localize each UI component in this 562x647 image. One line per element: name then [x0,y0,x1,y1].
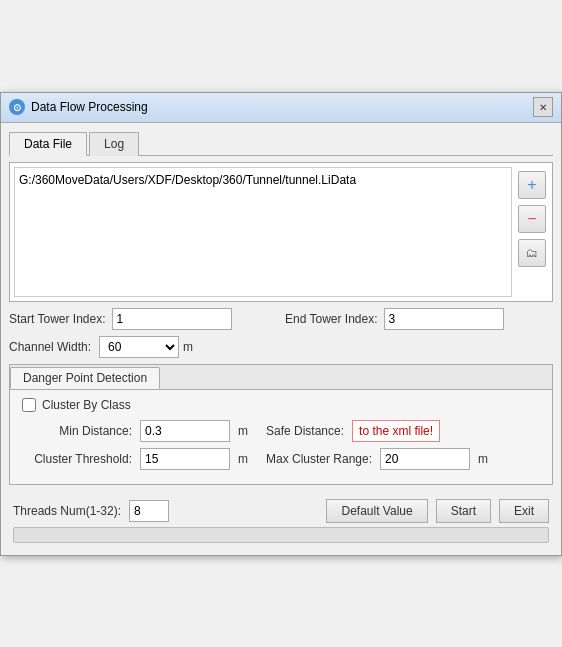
tab-log[interactable]: Log [89,132,139,156]
start-button[interactable]: Start [436,499,491,523]
min-distance-unit: m [238,424,248,438]
main-window: ⊙ Data Flow Processing ✕ Data File Log G… [0,92,562,556]
threads-input[interactable] [129,500,169,522]
file-item: G:/360MoveData/Users/XDF/Desktop/360/Tun… [19,172,507,188]
safe-distance-warning: to the xml file! [352,420,440,442]
add-file-button[interactable]: + [518,171,546,199]
cluster-threshold-row: Cluster Threshold: m Max Cluster Range: … [22,448,540,470]
bottom-bar: Threads Num(1-32): Default Value Start E… [9,493,553,527]
file-panel: G:/360MoveData/Users/XDF/Desktop/360/Tun… [9,162,553,302]
tower-index-row: Start Tower Index: End Tower Index: [9,308,553,330]
threads-label: Threads Num(1-32): [13,504,121,518]
title-bar-left: ⊙ Data Flow Processing [9,99,148,115]
safe-distance-label: Safe Distance: [266,424,344,438]
section-tab-bar: Danger Point Detection [10,365,552,389]
cluster-by-class-label: Cluster By Class [42,398,131,412]
default-value-button[interactable]: Default Value [326,499,427,523]
cluster-by-class-checkbox[interactable] [22,398,36,412]
window-title: Data Flow Processing [31,100,148,114]
start-tower-label: Start Tower Index: [9,312,106,326]
start-tower-input[interactable] [112,308,232,330]
min-safe-distance-row: Min Distance: m Safe Distance: to the xm… [22,420,540,442]
channel-width-select[interactable]: 60 30 120 [99,336,179,358]
end-tower-input[interactable] [384,308,504,330]
channel-width-label: Channel Width: [9,340,91,354]
channel-width-row: Channel Width: 60 30 120 m [9,336,553,358]
channel-select-wrap: 60 30 120 m [99,336,193,358]
title-bar: ⊙ Data Flow Processing ✕ [1,93,561,123]
danger-detection-tab[interactable]: Danger Point Detection [10,367,160,389]
window-content: Data File Log G:/360MoveData/Users/XDF/D… [1,123,561,555]
file-list: G:/360MoveData/Users/XDF/Desktop/360/Tun… [14,167,512,297]
file-buttons: + − 🗂 [516,167,548,271]
cluster-threshold-label: Cluster Threshold: [22,452,132,466]
max-cluster-range-unit: m [478,452,488,466]
max-cluster-range-input[interactable] [380,448,470,470]
channel-width-unit: m [183,340,193,354]
cluster-by-class-row: Cluster By Class [22,398,540,412]
section-content: Cluster By Class Min Distance: m Safe Di… [10,389,552,484]
exit-button[interactable]: Exit [499,499,549,523]
cluster-threshold-unit: m [238,452,248,466]
tab-data-file[interactable]: Data File [9,132,87,156]
remove-file-button[interactable]: − [518,205,546,233]
tab-bar: Data File Log [9,131,553,156]
max-cluster-range-label: Max Cluster Range: [266,452,372,466]
cluster-threshold-input[interactable] [140,448,230,470]
progress-bar-container [13,527,549,543]
min-distance-label: Min Distance: [22,424,132,438]
danger-detection-panel: Danger Point Detection Cluster By Class … [9,364,553,485]
close-button[interactable]: ✕ [533,97,553,117]
end-tower-label: End Tower Index: [285,312,378,326]
app-icon: ⊙ [9,99,25,115]
browse-button[interactable]: 🗂 [518,239,546,267]
min-distance-input[interactable] [140,420,230,442]
